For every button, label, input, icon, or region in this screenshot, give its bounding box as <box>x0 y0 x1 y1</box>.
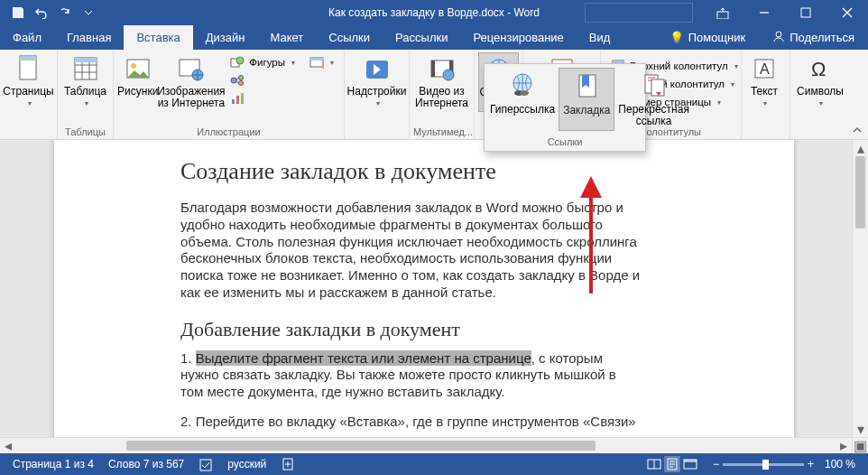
pages-icon <box>14 54 43 83</box>
doc-list-item-2: 2. Перейдите во вкладку «Вставка», где в… <box>180 414 641 431</box>
chevron-down-icon: ▾ <box>28 100 32 108</box>
tell-me[interactable]: 💡 Помощник <box>656 25 760 50</box>
document-area: Создание закладок в документе Благодаря … <box>0 140 868 453</box>
tab-references[interactable]: Ссылки <box>316 25 383 50</box>
pictures-button[interactable]: Рисунки <box>117 52 158 99</box>
svg-rect-51 <box>684 460 697 462</box>
zoom-slider[interactable] <box>723 463 804 466</box>
pictures-label: Рисунки <box>117 86 158 98</box>
chevron-down-icon: ▾ <box>819 100 823 108</box>
online-video-button[interactable]: Видео изИнтернета <box>413 52 470 111</box>
bookmark-button[interactable]: Закладка <box>559 68 614 131</box>
shapes-button[interactable]: Фигуры▾ <box>227 54 298 70</box>
document-page[interactable]: Создание закладок в документе Благодаря … <box>54 140 794 453</box>
online-pictures-button[interactable]: Изображенияиз Интернета <box>160 52 222 111</box>
scroll-switch-icon[interactable]: ▣ <box>853 437 868 453</box>
addins-button[interactable]: Надстройки ▾ <box>348 52 405 110</box>
tab-mailings[interactable]: Рассылки <box>383 25 460 50</box>
scroll-down-icon[interactable]: ▾ <box>853 421 868 437</box>
scroll-thumb[interactable] <box>126 441 596 451</box>
tab-view[interactable]: Вид <box>577 25 623 50</box>
scroll-left-icon[interactable]: ◂ <box>0 438 16 453</box>
online-pictures-icon <box>177 54 206 83</box>
minimize-icon[interactable] <box>743 0 785 25</box>
redo-icon[interactable] <box>54 2 76 23</box>
text-button[interactable]: A Текст ▾ <box>745 52 783 110</box>
links-flyout: Гиперссылка Закладка Перекрестнаяссылка … <box>484 63 646 152</box>
account-placeholder[interactable] <box>585 3 693 23</box>
svg-point-8 <box>131 63 136 69</box>
smartart-button[interactable] <box>227 72 298 88</box>
status-page[interactable]: Страница 1 из 4 <box>5 458 101 470</box>
table-button[interactable]: Таблица ▾ <box>61 52 109 110</box>
status-language[interactable]: русский <box>220 458 273 470</box>
svg-rect-4 <box>20 56 36 61</box>
scroll-thumb[interactable] <box>855 156 865 228</box>
save-icon[interactable] <box>7 2 29 23</box>
tab-review[interactable]: Рецензирование <box>460 25 576 50</box>
horizontal-scrollbar[interactable]: ◂ ▸ <box>0 437 852 453</box>
zoom-value[interactable]: 100 % <box>825 458 855 470</box>
status-words[interactable]: Слово 7 из 567 <box>101 458 191 470</box>
flyout-group-label: Ссылки <box>485 133 645 151</box>
qat-customize-icon[interactable] <box>78 2 99 23</box>
scroll-right-icon[interactable]: ▸ <box>836 438 852 453</box>
zoom-control[interactable]: − + 100 % <box>706 458 863 470</box>
textbox-icon: A <box>750 54 779 83</box>
svg-rect-6 <box>75 58 97 62</box>
tab-design[interactable]: Дизайн <box>193 25 258 50</box>
hyperlink-icon <box>508 71 537 100</box>
online-pictures-label: Изображенияиз Интернета <box>157 86 225 109</box>
svg-rect-46 <box>200 460 211 470</box>
chevron-down-icon: ▾ <box>85 100 88 108</box>
group-text-label <box>745 125 786 137</box>
status-bar: Страница 1 из 4 Слово 7 из 567 русский −… <box>0 453 868 475</box>
chart-icon <box>230 91 245 106</box>
svg-point-12 <box>236 57 244 64</box>
status-trackchanges[interactable] <box>273 457 302 471</box>
tab-insert[interactable]: Вставка <box>124 25 192 50</box>
title-bar: Как создать закладку в Ворде.docx - Word <box>0 0 868 25</box>
screenshot-icon <box>309 55 324 70</box>
svg-text:A: A <box>760 61 770 77</box>
screenshot-button[interactable]: ▾ <box>307 54 337 70</box>
pages-button[interactable]: Страницы ▾ <box>4 52 53 110</box>
doc-text-selection[interactable]: Выделите фрагмент текста или элемент на … <box>196 350 531 366</box>
bookmark-label: Закладка <box>563 105 610 116</box>
undo-icon[interactable] <box>31 2 52 23</box>
status-proofing[interactable] <box>191 457 220 471</box>
ribbon-tabs: Файл Главная Вставка Дизайн Макет Ссылки… <box>0 25 868 50</box>
svg-point-2 <box>776 32 781 37</box>
tab-file[interactable]: Файл <box>0 25 54 50</box>
zoom-in-icon[interactable]: + <box>808 458 814 470</box>
share-button[interactable]: Поделиться <box>759 25 868 50</box>
bulb-icon: 💡 <box>669 31 684 44</box>
maximize-icon[interactable] <box>785 0 826 25</box>
zoom-out-icon[interactable]: − <box>713 458 719 470</box>
collapse-ribbon-icon[interactable] <box>850 123 864 137</box>
close-icon[interactable] <box>826 0 868 25</box>
chart-button[interactable] <box>227 90 298 107</box>
group-symbols-label <box>794 125 846 137</box>
vertical-scrollbar[interactable]: ▴ ▾ ▣ <box>852 140 868 453</box>
tab-layout[interactable]: Макет <box>257 25 316 50</box>
crossref-button[interactable]: Перекрестнаяссылка <box>614 68 693 131</box>
symbols-button[interactable]: Ω Символы ▾ <box>794 52 846 110</box>
view-readmode-icon[interactable] <box>646 456 662 472</box>
view-weblayout-icon[interactable] <box>682 456 698 472</box>
svg-rect-18 <box>241 93 244 104</box>
table-label: Таблица <box>64 86 106 98</box>
view-printlayout-icon[interactable] <box>664 456 680 472</box>
hyperlink-button[interactable]: Гиперссылка <box>486 68 559 131</box>
video-label: Видео изИнтернета <box>415 86 468 109</box>
ribbon-options-icon[interactable] <box>702 0 743 25</box>
chevron-down-icon: ▾ <box>376 100 380 108</box>
tab-home[interactable]: Главная <box>54 25 124 50</box>
scroll-up-icon[interactable]: ▴ <box>853 140 868 156</box>
share-label: Поделиться <box>790 31 854 44</box>
text-label: Текст <box>751 86 778 98</box>
video-icon <box>428 54 457 83</box>
window-title: Как создать закладку в Ворде.docx - Word <box>328 6 540 19</box>
bookmark-icon <box>572 72 601 101</box>
smartart-icon <box>230 73 245 88</box>
